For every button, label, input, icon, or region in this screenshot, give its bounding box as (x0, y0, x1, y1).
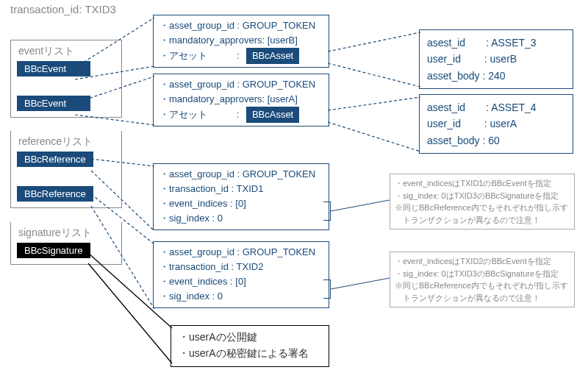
note-box-1: ・event_indicesはTXID2のBBcEventを指定 ・sig_in… (390, 252, 575, 307)
signature-detail: ・userAの公開鍵 ・userAの秘密鍵による署名 (171, 325, 329, 367)
note-line: ※同じBBcReference内でもそれぞれが指し示す (395, 202, 570, 214)
detail-line: ・asset_group_id : GROUP_TOKEN (159, 167, 323, 182)
sig-line: ・userAの公開鍵 (179, 329, 321, 345)
note-line: ・event_indicesはTXID2のBBcEventを指定 (395, 255, 570, 268)
bbcsignature-tag: BBcSignature (17, 243, 90, 258)
note-line: ※同じBBcReference内でもそれぞれが指し示す (395, 279, 570, 292)
asset-box-1: asest_id : ASSET_4 user_id : userA asset… (419, 94, 573, 154)
bbcevent-tag-1: BBcEvent (17, 96, 90, 111)
reference-list-title: referenceリスト (11, 131, 121, 152)
note-line: トランザクションが異なるので注意！ (395, 292, 570, 305)
asset-line: asset_body : 60 (427, 132, 565, 149)
detail-line: ・asset_group_id : GROUP_TOKEN (159, 245, 323, 260)
bracket-1 (323, 279, 331, 299)
svg-line-9 (328, 63, 420, 87)
event-list-title: eventリスト (11, 40, 121, 61)
note-line: ・event_indicesはTXID1のBBcEventを指定 (395, 177, 570, 190)
asset-box-0: asest_id : ASSET_3 user_id : userB asset… (419, 29, 573, 89)
asset-line: asset_body : 240 (427, 68, 565, 84)
asset-line: user_id : userB (427, 51, 565, 67)
note-line: ・sig_index: 0はTXID3のBBcSignatureを指定 (395, 190, 570, 202)
bbcasset-inline-0: BBcAsset (246, 48, 299, 64)
detail-line: ・アセット : BBcAsset (159, 107, 323, 123)
asset-line: asest_id : ASSET_4 (427, 99, 565, 115)
detail-line: ・sig_index : 0 (159, 289, 323, 304)
transaction-id-label: transaction_id: TXID3 (10, 3, 116, 15)
event-list-box: eventリスト BBcEvent BBcEvent (10, 40, 122, 118)
detail-line: ・mandatory_approvers: [userB] (159, 33, 323, 48)
note-line: ・sig_index: 0はTXID3のBBcSignatureを指定 (395, 268, 570, 280)
signature-list-title: signatureリスト (11, 222, 121, 243)
detail-line: ・transaction_id : TXID2 (159, 260, 323, 274)
svg-line-8 (328, 32, 420, 51)
detail-line: ・event_indices : [0] (159, 196, 323, 211)
reference-list-box: referenceリスト BBcReference BBcReference (10, 131, 122, 208)
sig-line: ・userAの秘密鍵による署名 (179, 345, 321, 361)
svg-line-10 (328, 97, 420, 110)
bbcasset-inline-1: BBcAsset (246, 107, 299, 123)
svg-line-12 (331, 200, 390, 211)
bbcevent-tag-0: BBcEvent (17, 61, 90, 76)
detail-line: ・mandatory_approvers: [userA] (159, 92, 323, 107)
event-detail-0: ・asset_group_id : GROUP_TOKEN ・mandatory… (153, 15, 329, 68)
bracket-0 (323, 202, 331, 221)
svg-line-13 (331, 278, 390, 289)
svg-line-11 (328, 122, 420, 152)
signature-list-box: signatureリスト BBcSignature (10, 222, 122, 265)
detail-line: ・sig_index : 0 (159, 211, 323, 226)
detail-line: ・アセット : BBcAsset (159, 48, 323, 64)
detail-line: ・asset_group_id : GROUP_TOKEN (159, 77, 323, 92)
asset-line: asest_id : ASSET_3 (427, 35, 565, 51)
reference-detail-0: ・asset_group_id : GROUP_TOKEN ・transacti… (153, 163, 329, 230)
note-line: トランザクションが異なるので注意！ (395, 214, 570, 227)
event-detail-1: ・asset_group_id : GROUP_TOKEN ・mandatory… (153, 74, 329, 127)
asset-line: user_id : userA (427, 115, 565, 132)
note-box-0: ・event_indicesはTXID1のBBcEventを指定 ・sig_in… (390, 174, 575, 229)
bbcreference-tag-1: BBcReference (17, 186, 93, 202)
detail-line: ・event_indices : [0] (159, 274, 323, 289)
bbcreference-tag-0: BBcReference (17, 152, 93, 167)
detail-line: ・transaction_id : TXID1 (159, 182, 323, 196)
reference-detail-1: ・asset_group_id : GROUP_TOKEN ・transacti… (153, 241, 329, 308)
detail-line: ・asset_group_id : GROUP_TOKEN (159, 18, 323, 33)
